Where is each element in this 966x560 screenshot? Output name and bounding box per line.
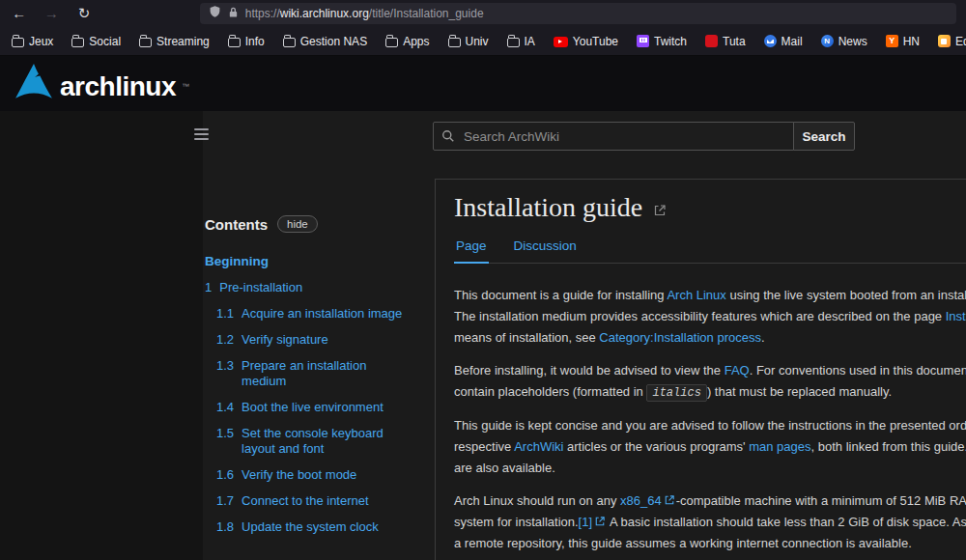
url-protocol: https:// xyxy=(245,7,280,20)
bookmark-label: HN xyxy=(903,35,920,48)
bookmark-apps[interactable]: Apps xyxy=(385,35,429,48)
arch-logo-icon xyxy=(14,62,54,106)
bookmark-label: Social xyxy=(89,35,121,48)
bookmark-label: Streaming xyxy=(156,35,210,48)
paragraph-1: This document is a guide for installing … xyxy=(454,285,966,349)
search-button[interactable]: Search xyxy=(793,122,855,151)
toc-link-boot-live[interactable]: Boot the live environment xyxy=(242,400,384,415)
bookmarks-bar: Jeux Social Streaming Info Gestion NAS A… xyxy=(0,27,966,56)
toc-link-console-keyboard[interactable]: Set the console keyboard layout and font xyxy=(242,426,408,457)
paragraph-4: Arch Linux should run on any x86_64-comp… xyxy=(454,490,966,554)
paragraph-2: Before installing, it would be advised t… xyxy=(454,360,966,404)
external-link-icon xyxy=(595,512,605,533)
page-title: Installation guide xyxy=(454,190,642,225)
bookmark-mail[interactable]: Mail xyxy=(764,35,803,48)
sidebar-divider xyxy=(435,179,436,560)
back-icon[interactable]: ← xyxy=(10,0,29,27)
bookmark-label: Jeux xyxy=(29,35,53,48)
bookmark-social[interactable]: Social xyxy=(71,35,121,48)
folder-icon xyxy=(71,38,84,47)
archlinux-header: archlinux ™ xyxy=(0,56,966,111)
article-tabs: Page Discussion xyxy=(454,233,966,264)
bookmark-label: News xyxy=(838,35,867,48)
bookmark-hn[interactable]: HN xyxy=(886,35,920,48)
bookmark-label: Gestion NAS xyxy=(300,35,367,48)
hacker-news-icon xyxy=(886,35,898,47)
link-arch-linux[interactable]: Arch Linux xyxy=(667,288,725,302)
bookmark-label: Mail xyxy=(781,35,803,48)
title-link-icon[interactable] xyxy=(654,190,666,225)
twitch-icon xyxy=(637,35,649,47)
toc-link-connect-internet[interactable]: Connect to the internet xyxy=(242,493,369,509)
menu-icon[interactable] xyxy=(194,128,209,143)
url-path: /title/Installation_guide xyxy=(369,7,484,20)
inline-code-italics: italics xyxy=(646,384,706,402)
toc-hide-button[interactable]: hide xyxy=(277,215,318,233)
toc-number[interactable]: 1.2 xyxy=(216,332,234,348)
link-man-pages[interactable]: man pages xyxy=(749,439,810,454)
toc-number[interactable]: 1.7 xyxy=(216,493,234,509)
bookmark-label: Univ xyxy=(466,35,489,48)
toc-number[interactable]: 1.5 xyxy=(216,426,234,457)
toc-link-acquire-image[interactable]: Acquire an installation image xyxy=(242,306,402,322)
toc-link-verify-signature[interactable]: Verify signature xyxy=(242,332,328,348)
folder-icon xyxy=(385,38,398,47)
news-icon xyxy=(821,35,834,47)
tab-discussion[interactable]: Discussion xyxy=(512,233,579,263)
toc-number[interactable]: 1.3 xyxy=(216,358,234,389)
browser-toolbar: ← → ↻ https://wiki.archlinux.org/title/I… xyxy=(0,0,966,27)
toc-link-pre-installation[interactable]: Pre-installation xyxy=(219,280,302,295)
external-link-icon xyxy=(665,490,674,512)
toc-link-update-clock[interactable]: Update the system clock xyxy=(242,519,379,535)
bookmark-label: YouTube xyxy=(573,35,618,48)
bookmark-streaming[interactable]: Streaming xyxy=(139,35,210,48)
paragraph-3: This guide is kept concise and you are a… xyxy=(454,415,966,479)
forward-icon[interactable]: → xyxy=(43,0,62,27)
bookmark-gestion-nas[interactable]: Gestion NAS xyxy=(283,35,367,48)
bookmark-label: Apps xyxy=(403,35,429,48)
bookmark-youtube[interactable]: YouTube xyxy=(554,35,618,48)
trademark-symbol: ™ xyxy=(182,82,189,91)
lock-icon[interactable] xyxy=(228,5,239,22)
archlinux-logo[interactable]: archlinux ™ xyxy=(14,62,189,106)
toc-link-beginning[interactable]: Beginning xyxy=(205,254,269,269)
bookmark-ia[interactable]: IA xyxy=(507,35,535,48)
folder-icon xyxy=(283,38,296,47)
tracking-shield-icon[interactable] xyxy=(209,5,221,22)
link-x86-64[interactable]: x86_64 xyxy=(620,493,662,508)
reload-icon[interactable]: ↻ xyxy=(74,0,94,27)
bookmark-univ[interactable]: Univ xyxy=(448,35,489,48)
folder-icon xyxy=(12,38,24,47)
tab-page[interactable]: Page xyxy=(454,233,489,264)
bookmark-edt[interactable]: EdT xyxy=(938,35,966,48)
bookmark-jeux[interactable]: Jeux xyxy=(12,35,53,48)
wiki-page: Search Contents hide Beginning 1Pre-inst… xyxy=(0,111,966,560)
toc-link-prepare-medium[interactable]: Prepare an installation medium xyxy=(242,358,408,389)
link-archwiki[interactable]: ArchWiki xyxy=(514,439,563,454)
bookmark-label: IA xyxy=(525,35,535,48)
bookmark-tuta[interactable]: Tuta xyxy=(705,35,746,48)
content-top-divider xyxy=(435,179,966,180)
bookmark-twitch[interactable]: Twitch xyxy=(637,35,687,48)
toc-link-verify-boot-mode[interactable]: Verify the boot mode xyxy=(242,467,356,483)
bookmark-info[interactable]: Info xyxy=(228,35,265,48)
bookmark-news[interactable]: News xyxy=(821,35,867,48)
youtube-icon xyxy=(554,37,568,47)
link-category-installation-process[interactable]: Category:Installation process xyxy=(599,330,761,345)
link-accessibility-options[interactable]: Install Arch Linux with accessibility op… xyxy=(946,309,966,323)
table-of-contents: Contents hide Beginning 1Pre-installatio… xyxy=(205,215,408,546)
link-ref-1[interactable]: [1] xyxy=(579,515,592,529)
link-faq[interactable]: FAQ xyxy=(724,363,750,378)
search-input[interactable] xyxy=(433,122,794,151)
site-title: archlinux xyxy=(60,68,176,106)
bookmark-label: Tuta xyxy=(723,35,746,48)
toc-number[interactable]: 1.8 xyxy=(216,519,234,535)
folder-icon xyxy=(228,38,241,47)
toc-number[interactable]: 1.6 xyxy=(216,467,234,483)
toc-number[interactable]: 1.1 xyxy=(216,306,234,322)
folder-icon xyxy=(139,38,152,47)
address-bar[interactable]: https://wiki.archlinux.org/title/Install… xyxy=(200,3,956,24)
toc-title: Contents xyxy=(205,216,268,233)
toc-number[interactable]: 1 xyxy=(205,280,212,295)
toc-number[interactable]: 1.4 xyxy=(216,400,234,415)
